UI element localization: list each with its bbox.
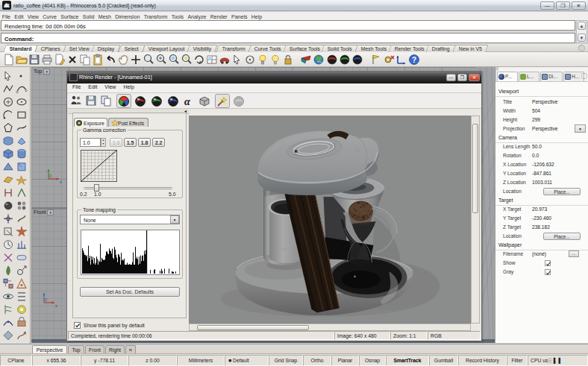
svg-text:x: x <box>60 180 62 184</box>
svg-text:ratio: ratio <box>281 247 288 251</box>
svg-text:α: α <box>184 96 190 107</box>
svg-text:?: ? <box>412 56 416 64</box>
svg-text:x: x <box>55 303 57 308</box>
